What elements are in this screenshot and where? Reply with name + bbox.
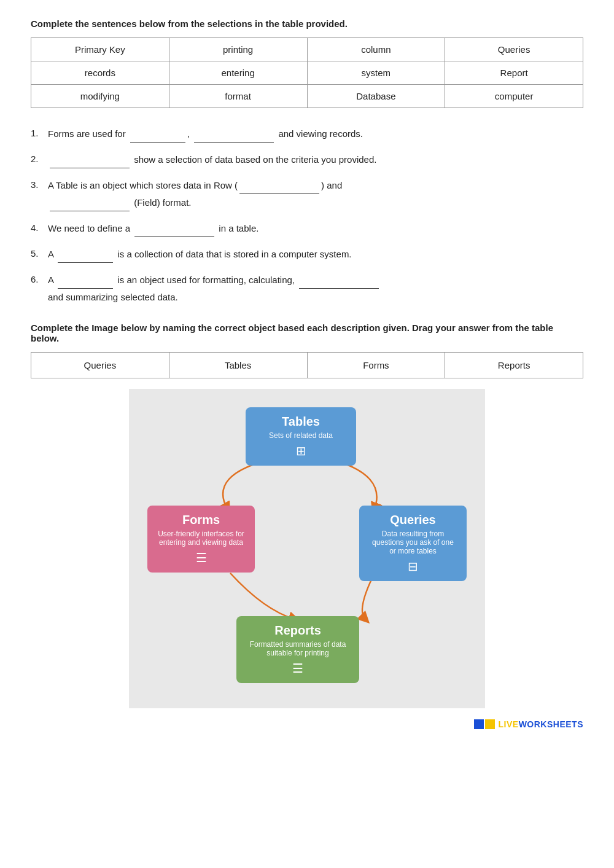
sentence-5: 5. A is a collection of data that is sto… [31,246,583,263]
diagram-reports-icon: ☰ [292,662,303,675]
diagram-tables-box: Tables Sets of related data ⊞ [246,407,356,466]
diagram-container: Tables Sets of related data ⊞ Forms User… [129,389,485,708]
blank-5a[interactable] [58,246,113,263]
blank-1b[interactable] [194,125,274,143]
logo-blue-box [474,719,484,729]
section1-instructions: Complete the sentences below from the se… [31,18,583,29]
blank-6b[interactable] [299,272,379,289]
diagram-reports-box: Reports Formatted summaries of data suit… [236,616,359,683]
word-cell: system [307,61,445,85]
diagram-queries-title: Queries [369,513,457,527]
sentence-4: 4. We need to define a in a table. [31,220,583,237]
sentence-1: 1. Forms are used for , and viewing reco… [31,125,583,143]
drag-item[interactable]: Queries [31,353,169,378]
diagram-reports-desc: Formatted summaries of data suitable for… [246,640,349,657]
diagram-forms-box: Forms User-friendly interfaces for enter… [147,506,255,573]
diagram-forms-icon: ☰ [196,551,207,565]
sentence-6: 6. A is an object used for formatting, c… [31,272,583,305]
sentence-3: 3. A Table is an object which stores dat… [31,177,583,211]
word-cell: format [169,85,307,108]
logo-yellow-box [485,719,495,729]
word-cell: column [307,38,445,61]
diagram-tables-icon: ⊞ [296,444,306,458]
branding: LIVEWORKSHEETS [31,719,583,729]
sentences-section: 1. Forms are used for , and viewing reco… [31,125,583,305]
word-cell: Database [307,85,445,108]
word-cell: computer [445,85,583,108]
diagram-queries-icon: ⊟ [408,560,418,573]
blank-6a[interactable] [58,272,113,289]
blank-2a[interactable] [50,151,130,168]
blank-1a[interactable] [130,125,185,143]
blank-4a[interactable] [134,220,214,237]
word-cell: records [31,61,169,85]
sentence-2: 2. show a selection of data based on the… [31,151,583,168]
word-cell: Queries [445,38,583,61]
diagram-queries-box: Queries Data resulting from questions yo… [359,506,467,581]
drag-item[interactable]: Reports [445,353,583,378]
word-bank-table: Primary KeyprintingcolumnQueriesrecordse… [31,37,583,108]
drag-item[interactable]: Forms [307,353,445,378]
branding-live: LIVE [499,719,519,729]
word-cell: entering [169,61,307,85]
diagram-tables-desc: Sets of related data [255,431,346,440]
word-cell: Primary Key [31,38,169,61]
diagram-reports-title: Reports [246,624,349,638]
branding-text: LIVEWORKSHEETS [499,719,583,729]
liveworksheets-logo [474,719,495,729]
diagram-tables-title: Tables [255,415,346,429]
word-cell: Report [445,61,583,85]
drag-table: QueriesTablesFormsReports [31,352,583,378]
blank-3b[interactable] [50,194,130,211]
blank-3a[interactable] [239,177,319,194]
diagram-queries-desc: Data resulting from questions you ask of… [369,530,457,555]
section2-instructions: Complete the Image below by naming the c… [31,323,583,343]
branding-worksheets: WORKSHEETS [519,719,583,729]
word-cell: modifying [31,85,169,108]
diagram-forms-desc: User-friendly interfaces for entering an… [157,530,245,547]
diagram-forms-title: Forms [157,513,245,527]
drag-item[interactable]: Tables [169,353,307,378]
word-cell: printing [169,38,307,61]
